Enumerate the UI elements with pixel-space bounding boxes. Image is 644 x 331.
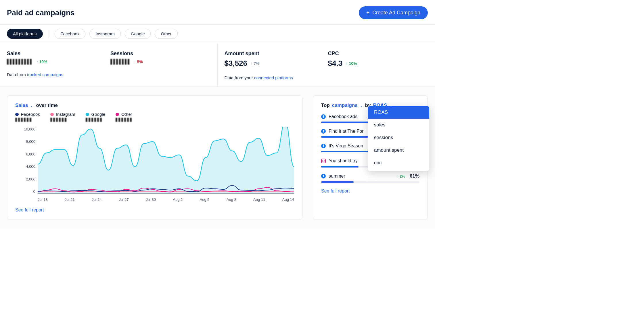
legend-dot-icon	[50, 113, 54, 116]
top-campaigns-card: Top campaigns ⌄ by ROAS ⌄ fFacebook adsB…	[313, 95, 428, 220]
y-axis: 10,0008,0006,0004,0002,0000	[18, 127, 35, 194]
data-from: Data from your connected platforms	[225, 75, 428, 80]
arrow-up-icon: ↑	[346, 61, 348, 66]
metric-sessions: Sessions ↓ 5%	[110, 51, 191, 65]
redacted-value	[110, 59, 131, 65]
top-label: Top	[321, 103, 330, 108]
page-title: Paid ad campaigns	[7, 8, 75, 17]
metric-sales: Sales ↑ 10%	[7, 51, 87, 65]
x-tick: Aug 8	[227, 197, 236, 202]
dropdown-option[interactable]: sales	[368, 119, 429, 131]
chart-card: Sales ⌄ over time Facebook Instagram Goo…	[7, 95, 302, 220]
metrics-section: Sales ↑ 10% Sessions ↓	[0, 43, 435, 87]
y-tick: 2,000	[26, 177, 35, 181]
chart-area: 10,0008,0006,0004,0002,0000 Jul 18Jul 21…	[18, 127, 294, 202]
metrics-right: Amount spent $3,526 ↑ 7% CPC $4.3	[218, 43, 435, 86]
metric-value: $4.3	[328, 59, 343, 68]
metric-delta: ↓ 5%	[134, 59, 143, 64]
y-tick: 6,000	[26, 152, 35, 156]
tracked-campaigns-link[interactable]: tracked campaigns	[27, 72, 63, 77]
progress-fill	[321, 181, 354, 183]
x-tick: Aug 11	[253, 197, 265, 202]
facebook-icon: f	[321, 174, 326, 178]
see-full-report-link[interactable]: See full report	[15, 207, 294, 213]
legend-item-other: Other	[116, 112, 133, 122]
facebook-icon: f	[321, 114, 326, 119]
x-tick: Aug 5	[200, 197, 210, 202]
x-tick: Jul 30	[146, 197, 156, 202]
arrow-up-icon: ↑	[251, 61, 253, 66]
metric-label: Sales	[7, 51, 87, 57]
data-from: Data from tracked campaigns	[7, 72, 210, 77]
x-axis: Jul 18Jul 21Jul 24Jul 27Jul 30Aug 2Aug 5…	[38, 197, 294, 202]
chart-legend: Facebook Instagram Google Other	[15, 112, 294, 122]
arrow-up-icon: ↑	[36, 60, 38, 64]
dropdown-option[interactable]: amount spent	[368, 144, 429, 157]
metric-label: CPC	[328, 51, 409, 57]
campaigns-dropdown[interactable]: campaigns ⌄	[332, 103, 363, 108]
legend-item-facebook: Facebook	[15, 112, 40, 122]
dropdown-option[interactable]: ROAS	[368, 106, 429, 119]
facebook-icon: f	[321, 129, 326, 134]
create-button-label: Create Ad Campaign	[372, 10, 420, 16]
y-tick: 0	[33, 189, 35, 194]
legend-item-google: Google	[86, 112, 105, 122]
x-tick: Aug 14	[282, 197, 294, 202]
y-tick: 8,000	[26, 139, 35, 144]
filter-google[interactable]: Google	[125, 29, 151, 39]
metric-delta: ↑ 10%	[346, 61, 357, 66]
filter-all-platforms[interactable]: All platforms	[7, 29, 43, 39]
legend-dot-icon	[116, 113, 119, 116]
chevron-down-icon: ⌄	[360, 103, 363, 107]
vertical-divider	[49, 30, 49, 38]
see-full-report-link[interactable]: See full report	[321, 188, 419, 194]
dropdown-option[interactable]: sessions	[368, 131, 429, 144]
metric-amount-spent: Amount spent $3,526 ↑ 7%	[225, 51, 305, 68]
metric-delta: ↑ 10%	[36, 59, 47, 64]
connected-platforms-link[interactable]: connected platforms	[254, 75, 293, 80]
chart-svg	[38, 127, 294, 193]
campaign-percent: 61%	[410, 173, 419, 179]
chevron-down-icon: ⌄	[30, 103, 33, 107]
chart-subtitle: over time	[36, 103, 58, 108]
x-tick: Jul 21	[65, 197, 75, 202]
redacted-value	[50, 118, 68, 122]
metric-value: $3,526	[225, 59, 248, 68]
x-tick: Aug 2	[173, 197, 183, 202]
redacted-value	[7, 59, 33, 65]
platform-filter-bar: All platforms Facebook Instagram Google …	[0, 25, 435, 43]
metric-label: Amount spent	[225, 51, 305, 57]
y-tick: 4,000	[26, 164, 35, 169]
dropdown-option[interactable]: cpc	[368, 157, 429, 169]
filter-facebook[interactable]: Facebook	[55, 29, 86, 39]
facebook-icon: f	[321, 144, 326, 148]
campaign-item[interactable]: fsummer↑2%61%	[321, 173, 419, 183]
sort-metric-menu: ROASsalessessionsamount spentcpc	[368, 106, 429, 171]
campaign-name: summer	[329, 174, 394, 179]
redacted-value	[86, 118, 103, 122]
page-header: Paid ad campaigns + Create Ad Campaign	[0, 0, 435, 24]
y-tick: 10,000	[24, 127, 35, 131]
metrics-left: Sales ↑ 10% Sessions ↓	[0, 43, 218, 86]
redacted-value	[15, 118, 32, 122]
progress-track	[321, 181, 419, 183]
plus-icon: +	[366, 10, 369, 16]
instagram-icon	[321, 159, 326, 163]
metric-delta: ↑ 7%	[251, 61, 260, 66]
metric-label: Sessions	[110, 51, 191, 57]
chart-plot	[38, 127, 294, 194]
chart-metric-dropdown[interactable]: Sales ⌄	[15, 103, 33, 108]
content-row: Sales ⌄ over time Facebook Instagram Goo…	[0, 87, 435, 228]
legend-dot-icon	[86, 113, 89, 116]
x-tick: Jul 27	[119, 197, 129, 202]
x-tick: Jul 24	[92, 197, 102, 202]
legend-item-instagram: Instagram	[50, 112, 75, 122]
campaign-delta: ↑2%	[397, 174, 405, 178]
filter-other[interactable]: Other	[155, 29, 178, 39]
filter-instagram[interactable]: Instagram	[89, 29, 121, 39]
create-ad-campaign-button[interactable]: + Create Ad Campaign	[359, 6, 428, 19]
arrow-down-icon: ↓	[134, 60, 136, 64]
redacted-value	[116, 118, 133, 122]
progress-fill	[321, 166, 359, 168]
legend-dot-icon	[15, 113, 19, 116]
